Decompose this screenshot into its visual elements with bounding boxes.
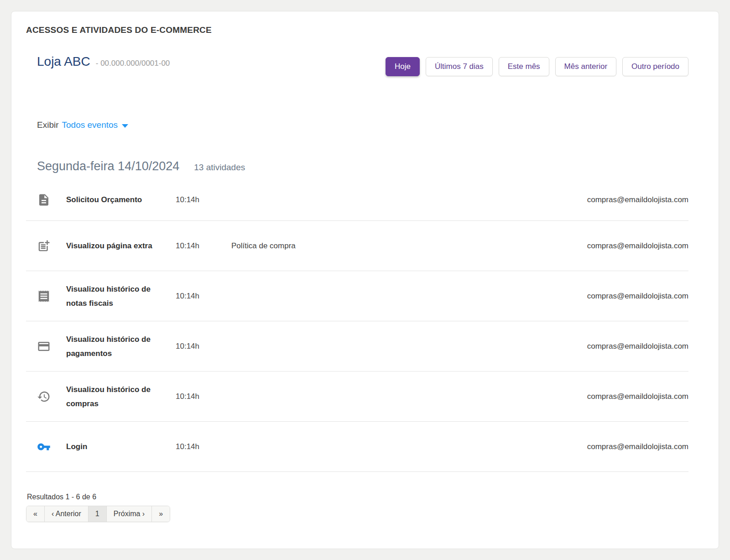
page-add-icon [37, 239, 66, 253]
history-icon [37, 390, 66, 403]
activity-time: 10:14h [176, 241, 231, 251]
day-header: Segunda-feira 14/10/2024 13 atividades [26, 159, 688, 173]
pagination-next-button[interactable]: Próxima › [107, 506, 152, 522]
event-filter-row: Exibir Todos eventos [26, 120, 688, 130]
activity-name: Solicitou Orçamento [66, 193, 176, 207]
pagination-page-1-button[interactable]: 1 [89, 506, 107, 522]
activity-row-historico-pagamentos: Visualizou histórico de pagamentos 10:14… [26, 321, 688, 372]
activity-row-historico-notas-fiscais: Visualizou histórico de notas fiscais 10… [26, 271, 688, 321]
activity-name: Visualizou histórico de notas fiscais [66, 282, 176, 310]
filter-outro-periodo-button[interactable]: Outro período [622, 57, 688, 76]
page-title: ACESSOS E ATIVIDADES DO E-COMMERCE [26, 25, 688, 35]
filter-este-mes-button[interactable]: Este mês [499, 57, 549, 76]
day-activities-count: 13 atividades [194, 162, 245, 173]
activity-name: Visualizou página extra [66, 239, 176, 253]
day-date: Segunda-feira 14/10/2024 [37, 159, 179, 173]
filter-ultimos-7-dias-button[interactable]: Últimos 7 dias [426, 57, 493, 76]
activity-time: 10:14h [176, 292, 231, 301]
activity-row-solicitou-orcamento: Solicitou Orçamento 10:14h compras@email… [26, 179, 688, 221]
store-name: Loja ABC [37, 54, 90, 69]
pagination-last-button[interactable]: » [152, 506, 170, 522]
ecommerce-activity-card: ACESSOS E ATIVIDADES DO E-COMMERCE Loja … [11, 11, 719, 549]
activity-email: compras@emaildolojista.com [587, 292, 688, 301]
pagination-first-button[interactable]: « [26, 506, 45, 522]
activity-time: 10:14h [176, 342, 231, 351]
event-type-selected-value: Todos eventos [62, 120, 118, 130]
activity-row-login: Login 10:14h compras@emaildolojista.com [26, 422, 688, 472]
activity-list: Solicitou Orçamento 10:14h compras@email… [26, 179, 688, 472]
activity-name: Login [66, 440, 176, 454]
filter-mes-anterior-button[interactable]: Mês anterior [555, 57, 616, 76]
activity-email: compras@emaildolojista.com [587, 342, 688, 351]
store-header-row: Loja ABC - 00.000.000/0001-00 Hoje Últim… [26, 54, 688, 76]
filter-hoje-button[interactable]: Hoje [386, 57, 420, 76]
chevron-down-icon [122, 124, 128, 128]
store-identification: Loja ABC - 00.000.000/0001-00 [26, 54, 170, 69]
pagination-prev-button[interactable]: ‹ Anterior [45, 506, 89, 522]
event-filter-label: Exibir [37, 120, 59, 130]
activity-time: 10:14h [176, 392, 231, 401]
activity-detail: Política de compra [231, 241, 587, 251]
key-icon [37, 440, 66, 454]
activity-time: 10:14h [176, 195, 231, 204]
activity-email: compras@emaildolojista.com [587, 392, 688, 401]
activity-row-visualizou-pagina-extra: Visualizou página extra 10:14h Política … [26, 221, 688, 271]
activity-email: compras@emaildolojista.com [587, 442, 688, 451]
activity-email: compras@emaildolojista.com [587, 241, 688, 251]
activity-email: compras@emaildolojista.com [587, 195, 688, 204]
receipt-icon [37, 289, 66, 303]
activity-name: Visualizou histórico de compras [66, 382, 176, 411]
activity-time: 10:14h [176, 442, 231, 451]
event-type-dropdown[interactable]: Todos eventos [62, 120, 129, 130]
activity-name: Visualizou histórico de pagamentos [66, 332, 176, 361]
credit-card-icon [37, 340, 66, 353]
store-cnpj: - 00.000.000/0001-00 [96, 59, 170, 68]
period-filter-group: Hoje Últimos 7 dias Este mês Mês anterio… [386, 57, 688, 76]
results-count-text: Resultados 1 - 6 de 6 [26, 493, 688, 501]
results-footer: Resultados 1 - 6 de 6 « ‹ Anterior 1 Pró… [26, 493, 688, 522]
activity-row-historico-compras: Visualizou histórico de compras 10:14h c… [26, 372, 688, 422]
document-icon [37, 193, 66, 207]
pagination: « ‹ Anterior 1 Próxima › » [26, 506, 170, 522]
